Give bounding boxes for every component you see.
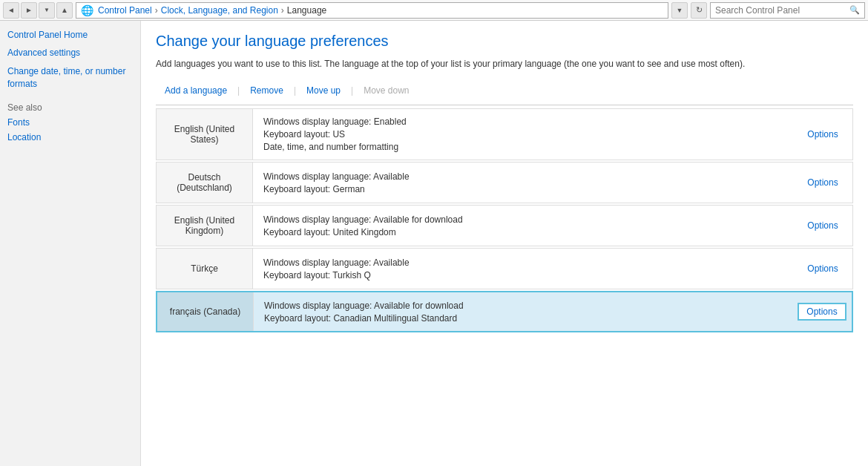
language-detail-line: Windows display language: Available <box>263 257 783 268</box>
content-area: Change your language preferences Add lan… <box>141 21 868 466</box>
language-list-item[interactable]: français (Canada)Windows display languag… <box>156 291 853 332</box>
options-button[interactable]: Options <box>807 177 838 188</box>
move-down-button[interactable]: Move down <box>355 82 418 99</box>
options-button[interactable]: Options <box>807 129 838 140</box>
search-box: 🔍 <box>710 2 865 19</box>
language-detail-line: Windows display language: Available for … <box>264 301 782 311</box>
language-list-item[interactable]: English (United Kingdom)Windows display … <box>156 205 853 246</box>
language-details: Windows display language: Available for … <box>253 206 793 246</box>
language-detail-line: Keyboard layout: German <box>263 184 783 194</box>
language-options-cell: Options <box>793 109 852 160</box>
language-name: English (United Kingdom) <box>157 206 253 246</box>
sidebar-item-advanced[interactable]: Advanced settings <box>7 47 133 58</box>
move-up-button[interactable]: Move up <box>297 82 349 99</box>
breadcrumb-clock-language[interactable]: Clock, Language, and Region <box>161 5 278 16</box>
page-description: Add languages you want to use to this li… <box>156 57 853 70</box>
language-options-cell: Options <box>792 292 852 331</box>
language-details: Windows display language: AvailableKeybo… <box>253 249 793 289</box>
refresh-button[interactable]: ↻ <box>691 2 707 19</box>
address-dropdown-button[interactable]: ▼ <box>671 2 688 19</box>
language-options-cell: Options <box>793 163 852 203</box>
back-button[interactable]: ◄ <box>3 2 19 19</box>
forward-button[interactable]: ► <box>21 2 37 19</box>
language-detail-line: Keyboard layout: United Kingdom <box>263 227 783 237</box>
search-icon: 🔍 <box>849 5 860 15</box>
language-list-item[interactable]: Deutsch (Deutschland)Windows display lan… <box>156 162 853 203</box>
language-name: Türkçe <box>157 249 253 289</box>
language-name: Deutsch (Deutschland) <box>157 163 253 203</box>
language-list: English (United States)Windows display l… <box>156 108 853 332</box>
language-list-item[interactable]: English (United States)Windows display l… <box>156 108 853 160</box>
sidebar-item-home[interactable]: Control Panel Home <box>7 30 133 40</box>
language-list-item[interactable]: TürkçeWindows display language: Availabl… <box>156 248 853 289</box>
language-details: Windows display language: EnabledKeyboar… <box>253 109 793 160</box>
language-options-cell: Options <box>793 249 852 289</box>
up-button[interactable]: ▲ <box>56 2 73 19</box>
language-detail-line: Windows display language: Enabled <box>263 116 783 127</box>
globe-icon: 🌐 <box>81 4 93 16</box>
options-button-selected[interactable]: Options <box>798 303 846 321</box>
language-toolbar: Add a language | Remove | Move up | Move… <box>156 82 853 105</box>
sidebar-item-fonts[interactable]: Fonts <box>7 117 133 128</box>
breadcrumb-current: Language <box>287 5 326 16</box>
main-layout: Control Panel Home Advanced settings Cha… <box>0 21 868 466</box>
language-details: Windows display language: Available for … <box>254 292 792 331</box>
sidebar-item-datetime[interactable]: Change date, time, or number formats <box>7 65 133 91</box>
language-detail-line: Windows display language: Available for … <box>263 214 783 225</box>
language-detail-line: Keyboard layout: Turkish Q <box>263 270 783 280</box>
options-button[interactable]: Options <box>807 263 838 274</box>
language-detail-line: Keyboard layout: Canadian Multilingual S… <box>264 313 782 324</box>
language-name: français (Canada) <box>157 292 254 331</box>
language-details: Windows display language: AvailableKeybo… <box>253 163 793 203</box>
page-title: Change your language preferences <box>156 33 853 50</box>
address-path: 🌐 Control Panel › Clock, Language, and R… <box>76 2 668 19</box>
breadcrumb-control-panel[interactable]: Control Panel <box>98 5 152 16</box>
language-detail-line: Windows display language: Available <box>263 171 783 182</box>
language-detail-line: Date, time, and number formatting <box>263 142 783 152</box>
language-name: English (United States) <box>157 109 253 160</box>
dropdown-history-button[interactable]: ▼ <box>39 2 55 19</box>
language-detail-line: Keyboard layout: US <box>263 129 783 140</box>
address-bar: ◄ ► ▼ ▲ 🌐 Control Panel › Clock, Languag… <box>0 0 868 21</box>
options-button[interactable]: Options <box>807 220 838 231</box>
sidebar: Control Panel Home Advanced settings Cha… <box>0 21 141 466</box>
nav-buttons: ◄ ► ▼ ▲ <box>3 2 73 19</box>
remove-button[interactable]: Remove <box>241 82 292 99</box>
search-input[interactable] <box>715 5 834 16</box>
add-language-button[interactable]: Add a language <box>156 82 236 99</box>
language-options-cell: Options <box>793 206 852 246</box>
see-also-label: See also <box>7 102 133 113</box>
sidebar-item-location[interactable]: Location <box>7 132 133 142</box>
